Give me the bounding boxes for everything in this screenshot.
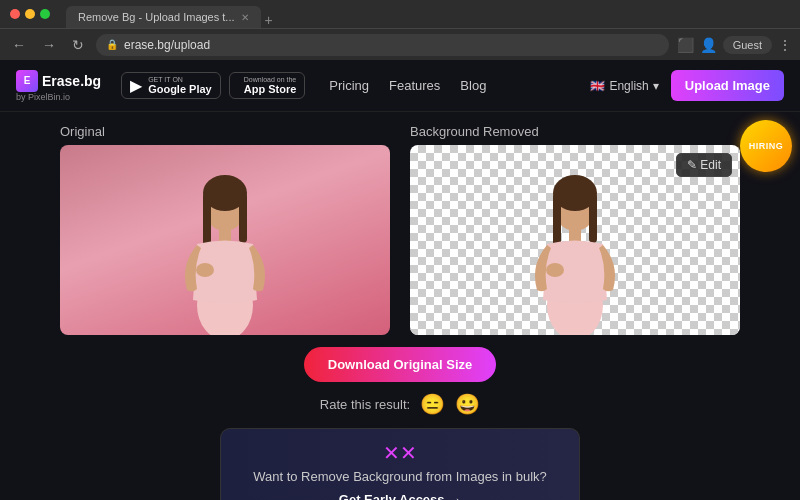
google-play-main: Google Play xyxy=(148,83,212,95)
chevron-down-icon: ▾ xyxy=(653,79,659,93)
nav-blog[interactable]: Blog xyxy=(460,78,486,93)
forward-button[interactable]: → xyxy=(38,35,60,55)
flag-icon: 🇬🇧 xyxy=(590,79,605,93)
svg-point-13 xyxy=(546,263,564,277)
close-dot[interactable] xyxy=(10,9,20,19)
logo-subtitle: by PixelBin.io xyxy=(16,92,101,102)
main-content: HIRING Original xyxy=(0,112,800,500)
address-bar[interactable]: 🔒 erase.bg/upload xyxy=(96,34,669,56)
nav-pricing[interactable]: Pricing xyxy=(329,78,369,93)
language-label: English xyxy=(609,79,648,93)
logo[interactable]: E Erase.bg xyxy=(16,70,101,92)
browser-dots xyxy=(10,9,50,19)
website: E Erase.bg by PixelBin.io ▶ GET IT ON Go… xyxy=(0,60,800,500)
tab-title: Remove Bg - Upload Images t... xyxy=(78,11,235,23)
app-store-main: App Store xyxy=(244,83,297,95)
svg-rect-10 xyxy=(553,193,561,248)
logo-icon: E xyxy=(16,70,38,92)
back-button[interactable]: ← xyxy=(8,35,30,55)
google-play-badge[interactable]: ▶ GET IT ON Google Play xyxy=(121,72,221,99)
hiring-badge[interactable]: HIRING xyxy=(740,120,792,172)
removed-panel: Background Removed xyxy=(410,124,740,335)
sad-emoji-button[interactable]: 😑 xyxy=(420,392,445,416)
svg-rect-3 xyxy=(203,193,211,248)
bulk-banner: ✕✕ Want to Remove Background from Images… xyxy=(220,428,580,500)
guest-button[interactable]: Guest xyxy=(723,36,772,54)
hiring-text: HIRING xyxy=(749,141,784,152)
minimize-dot[interactable] xyxy=(25,9,35,19)
app-store-text: Download on the App Store xyxy=(244,76,297,95)
url-text: erase.bg/upload xyxy=(124,38,210,52)
guest-label: Guest xyxy=(733,39,762,51)
google-play-top: GET IT ON xyxy=(148,76,212,83)
language-selector[interactable]: 🇬🇧 English ▾ xyxy=(590,79,658,93)
address-bar-row: ← → ↻ 🔒 erase.bg/upload ⬛ 👤 Guest ⋮ xyxy=(0,28,800,60)
removed-label: Background Removed xyxy=(410,124,740,139)
google-play-text: GET IT ON Google Play xyxy=(148,76,212,95)
upload-image-button[interactable]: Upload Image xyxy=(671,70,784,101)
logo-text: Erase.bg xyxy=(42,73,101,89)
google-play-icon: ▶ xyxy=(130,76,142,95)
new-tab-button[interactable]: + xyxy=(265,12,273,28)
happy-emoji-button[interactable]: 😀 xyxy=(455,392,480,416)
maximize-dot[interactable] xyxy=(40,9,50,19)
woman-removed-svg xyxy=(515,145,635,335)
original-image xyxy=(60,145,390,335)
original-label: Original xyxy=(60,124,390,139)
app-store-badge[interactable]: Download on the App Store xyxy=(229,72,306,99)
refresh-button[interactable]: ↻ xyxy=(68,35,88,55)
edit-button[interactable]: ✎ Edit xyxy=(676,153,732,177)
browser-chrome: Remove Bg - Upload Images t... ✕ + xyxy=(0,0,800,28)
images-row: Original xyxy=(60,124,740,335)
tab-close-button[interactable]: ✕ xyxy=(241,12,249,23)
profile-icon[interactable]: 👤 xyxy=(700,37,717,53)
rating-row: Rate this result: 😑 😀 xyxy=(320,392,480,416)
nav-links: Pricing Features Blog xyxy=(329,78,486,93)
bulk-text: Want to Remove Background from Images in… xyxy=(245,469,555,484)
store-badges: ▶ GET IT ON Google Play Download on the … xyxy=(121,72,305,99)
woman-original-svg xyxy=(165,145,285,335)
bulk-icon: ✕✕ xyxy=(245,441,555,465)
nav-features[interactable]: Features xyxy=(389,78,440,93)
lock-icon: 🔒 xyxy=(106,39,118,50)
extensions-icon[interactable]: ⬛ xyxy=(677,37,694,53)
download-button[interactable]: Download Original Size xyxy=(304,347,496,382)
browser-actions: ⬛ 👤 Guest ⋮ xyxy=(677,36,792,54)
original-panel: Original xyxy=(60,124,390,335)
app-store-top: Download on the xyxy=(244,76,297,83)
logo-area: E Erase.bg by PixelBin.io xyxy=(16,70,101,102)
rating-label: Rate this result: xyxy=(320,397,410,412)
early-access-link[interactable]: Get Early Access → xyxy=(339,492,461,500)
svg-rect-4 xyxy=(239,193,247,243)
svg-point-6 xyxy=(196,263,214,277)
svg-rect-11 xyxy=(589,193,597,243)
active-tab[interactable]: Remove Bg - Upload Images t... ✕ xyxy=(66,6,261,28)
navbar: E Erase.bg by PixelBin.io ▶ GET IT ON Go… xyxy=(0,60,800,112)
menu-icon[interactable]: ⋮ xyxy=(778,37,792,53)
original-image-container xyxy=(60,145,390,335)
removed-image-container: ✎ Edit xyxy=(410,145,740,335)
browser-tabs: Remove Bg - Upload Images t... ✕ + xyxy=(66,0,273,28)
